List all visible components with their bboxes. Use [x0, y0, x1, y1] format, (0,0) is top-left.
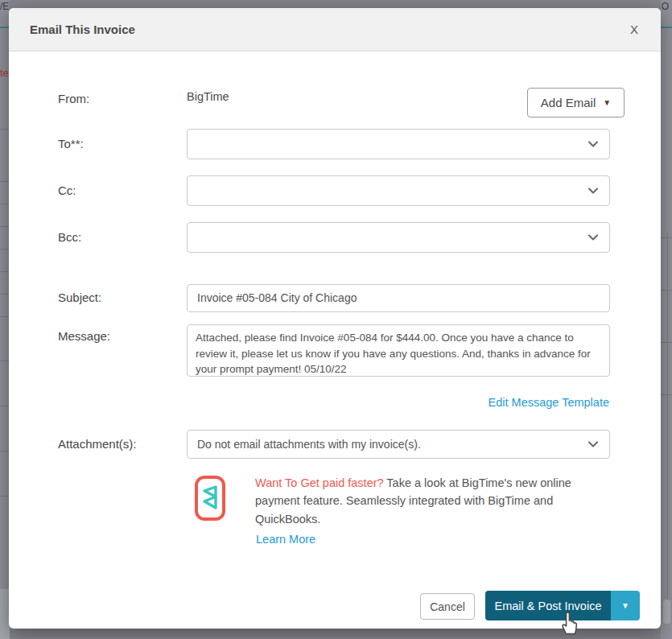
bcc-label: Bcc: [58, 230, 81, 244]
email-post-invoice-label: Email & Post Invoice [495, 600, 602, 612]
chevron-down-icon[interactable] [587, 138, 600, 150]
dialog-title: Email This Invoice [30, 8, 135, 52]
email-post-invoice-split-button[interactable]: Email & Post Invoice ▼ [485, 591, 640, 620]
cc-label: Cc: [58, 183, 76, 197]
edit-message-template-link[interactable]: Edit Message Template [489, 396, 609, 409]
dialog-header: Email This Invoice X [9, 8, 661, 52]
subject-input[interactable]: Invoice #05-084 City of Chicago [187, 284, 610, 312]
learn-more-link[interactable]: Learn More [256, 533, 315, 546]
background-clipped-text-left: /E [0, 1, 9, 12]
background-page-right-edge [661, 0, 672, 639]
attachments-selected-value: Do not email attachments with my invoice… [197, 438, 421, 451]
background-column-line [667, 233, 668, 600]
background-scrollbar-thumb [663, 600, 670, 624]
cc-combobox[interactable] [187, 175, 610, 206]
background-clipped-red-text: te [0, 67, 9, 79]
caret-down-icon: ▼ [621, 601, 629, 610]
background-row-line [661, 342, 672, 343]
page: { "background": { "top_left_text": "/E",… [0, 0, 672, 639]
chevron-down-icon[interactable] [587, 184, 600, 197]
from-value: BigTime [187, 90, 229, 103]
background-row-line [661, 290, 672, 291]
to-combobox[interactable] [187, 129, 610, 159]
caret-down-icon: ▼ [603, 98, 611, 107]
subject-label: Subject: [58, 291, 101, 304]
chevron-down-icon[interactable] [587, 231, 600, 244]
cancel-button[interactable]: Cancel [420, 593, 475, 620]
email-post-invoice-dropdown-toggle[interactable]: ▼ [611, 591, 640, 620]
add-email-button[interactable]: Add Email ▼ [527, 88, 625, 117]
bigtime-logo-icon [194, 475, 226, 522]
promo-text: Want To Get paid faster? Take a look at … [255, 474, 593, 528]
bcc-combobox[interactable] [187, 222, 610, 253]
background-clipped-text-right: O [662, 1, 669, 12]
email-invoice-dialog: Email This Invoice X From: BigTime Add E… [9, 8, 661, 629]
add-email-label: Add Email [541, 96, 596, 109]
cancel-label: Cancel [430, 600, 465, 613]
close-icon[interactable]: X [630, 8, 638, 52]
background-row-line [661, 237, 672, 238]
message-label: Message: [58, 329, 110, 343]
chevron-down-icon[interactable] [587, 438, 600, 451]
attachments-label: Attachment(s): [58, 437, 137, 451]
attachments-select[interactable]: Do not email attachments with my invoice… [187, 430, 610, 459]
background-row-line [661, 394, 672, 395]
from-label: From: [58, 92, 89, 105]
email-post-invoice-button[interactable]: Email & Post Invoice [485, 591, 611, 620]
message-textarea[interactable]: Attached, please find Invoice #05-084 fo… [187, 324, 610, 377]
promo-highlight: Want To Get paid faster? [255, 476, 384, 489]
to-label: To**: [58, 137, 84, 150]
